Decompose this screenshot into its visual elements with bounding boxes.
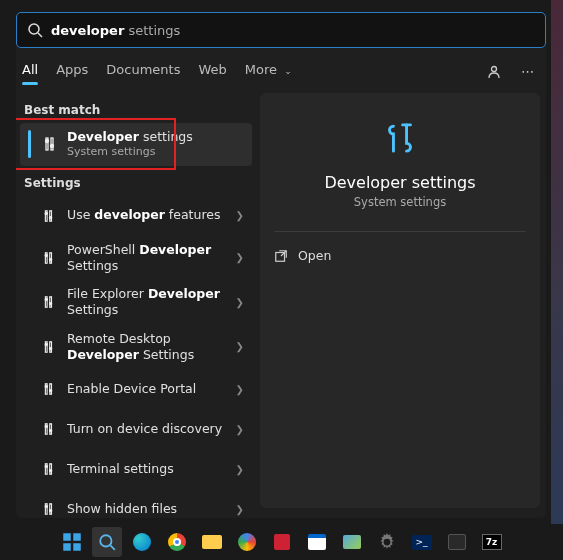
chevron-right-icon: ❯	[236, 424, 244, 435]
open-icon	[274, 249, 288, 263]
svg-point-48	[100, 535, 111, 546]
svg-point-30	[49, 430, 51, 432]
settings-icon	[41, 340, 57, 354]
settings-icon	[41, 209, 57, 223]
app-icon-red[interactable]	[267, 527, 297, 557]
detail-title: Developer settings	[324, 173, 475, 192]
settings-icon	[41, 295, 57, 309]
settings-icon	[41, 382, 57, 396]
svg-rect-16	[50, 297, 52, 308]
svg-rect-44	[63, 533, 71, 541]
svg-line-1	[38, 33, 42, 37]
svg-point-10	[49, 216, 51, 218]
svg-point-22	[49, 347, 51, 349]
chevron-right-icon: ❯	[236, 504, 244, 515]
section-best-match: Best match	[20, 93, 252, 123]
section-settings: Settings	[20, 166, 252, 196]
search-taskbar-icon[interactable]	[92, 527, 122, 557]
svg-rect-32	[50, 464, 52, 475]
settings-result[interactable]: Use developer features ❯	[20, 196, 252, 236]
7zip-icon[interactable]: 7z	[477, 527, 507, 557]
svg-rect-46	[63, 543, 71, 551]
detail-pane: Developer settings System settings Open	[256, 93, 546, 518]
svg-point-21	[45, 343, 47, 345]
chevron-right-icon: ❯	[236, 464, 244, 475]
svg-line-43	[281, 250, 286, 255]
taskbar: >_ 7z	[0, 524, 563, 560]
svg-point-33	[45, 465, 47, 467]
search-input[interactable]: developer settings	[51, 23, 180, 38]
open-action[interactable]: Open	[260, 242, 540, 269]
detail-subtitle: System settings	[354, 195, 446, 209]
svg-rect-36	[50, 504, 52, 515]
svg-point-9	[45, 212, 47, 214]
settings-result[interactable]: Terminal settings ❯	[20, 449, 252, 489]
tab-more[interactable]: More ⌄	[245, 58, 292, 85]
svg-point-26	[49, 390, 51, 392]
svg-line-49	[110, 545, 115, 550]
open-label: Open	[298, 248, 331, 263]
svg-rect-28	[50, 424, 52, 435]
svg-point-25	[45, 385, 47, 387]
svg-point-18	[49, 303, 51, 305]
tab-documents[interactable]: Documents	[106, 58, 180, 85]
svg-rect-12	[50, 253, 52, 264]
svg-point-13	[45, 254, 47, 256]
explorer-icon[interactable]	[197, 527, 227, 557]
svg-point-29	[45, 425, 47, 427]
svg-point-17	[45, 299, 47, 301]
svg-point-38	[49, 510, 51, 512]
chevron-right-icon: ❯	[236, 210, 244, 221]
settings-result[interactable]: Turn on device discovery ❯	[20, 409, 252, 449]
photos-icon[interactable]	[337, 527, 367, 557]
settings-icon	[41, 136, 57, 152]
svg-rect-24	[50, 384, 52, 395]
chevron-down-icon: ⌄	[284, 66, 292, 76]
search-bar[interactable]: developer settings	[16, 12, 546, 48]
settings-result[interactable]: File Explorer Developer Settings ❯	[20, 280, 252, 325]
start-icon[interactable]	[57, 527, 87, 557]
app-icon-dark[interactable]	[442, 527, 472, 557]
search-icon	[27, 22, 43, 38]
terminal-icon[interactable]: >_	[407, 527, 437, 557]
svg-point-2	[492, 66, 497, 71]
svg-point-6	[51, 145, 54, 148]
chevron-right-icon: ❯	[236, 252, 244, 263]
chevron-right-icon: ❯	[236, 341, 244, 352]
chevron-right-icon: ❯	[236, 384, 244, 395]
chrome-icon[interactable]	[162, 527, 192, 557]
settings-gear-icon[interactable]	[372, 527, 402, 557]
settings-icon	[41, 251, 57, 265]
tab-web[interactable]: Web	[198, 58, 226, 85]
filter-tabs: All Apps Documents Web More ⌄ ⋯	[16, 48, 546, 93]
start-search-panel: developer settings All Apps Documents We…	[16, 12, 546, 518]
tab-all[interactable]: All	[22, 58, 38, 85]
more-options-icon[interactable]: ⋯	[516, 60, 540, 84]
developer-settings-icon	[379, 117, 421, 159]
chevron-right-icon: ❯	[236, 297, 244, 308]
calendar-icon[interactable]	[302, 527, 332, 557]
svg-point-34	[49, 470, 51, 472]
settings-result[interactable]: PowerShell Developer Settings ❯	[20, 236, 252, 281]
svg-point-37	[45, 505, 47, 507]
svg-rect-20	[50, 342, 52, 353]
edge-icon[interactable]	[127, 527, 157, 557]
svg-point-0	[29, 24, 39, 34]
settings-icon	[41, 422, 57, 436]
settings-result[interactable]: Remote Desktop Developer Settings ❯	[20, 325, 252, 370]
tab-apps[interactable]: Apps	[56, 58, 88, 85]
account-icon[interactable]	[482, 60, 506, 84]
best-match-result[interactable]: Developer settings System settings	[20, 123, 252, 166]
settings-result[interactable]: Enable Device Portal ❯	[20, 369, 252, 409]
svg-rect-8	[50, 210, 52, 221]
svg-point-14	[49, 258, 51, 260]
desktop-wallpaper-edge	[551, 0, 563, 560]
svg-rect-47	[73, 543, 81, 551]
settings-icon	[41, 502, 57, 516]
svg-rect-45	[73, 533, 81, 541]
assistant-icon[interactable]	[232, 527, 262, 557]
settings-result[interactable]: Show hidden files ❯	[20, 489, 252, 518]
settings-icon	[41, 462, 57, 476]
svg-point-5	[46, 140, 49, 143]
divider	[274, 231, 526, 232]
